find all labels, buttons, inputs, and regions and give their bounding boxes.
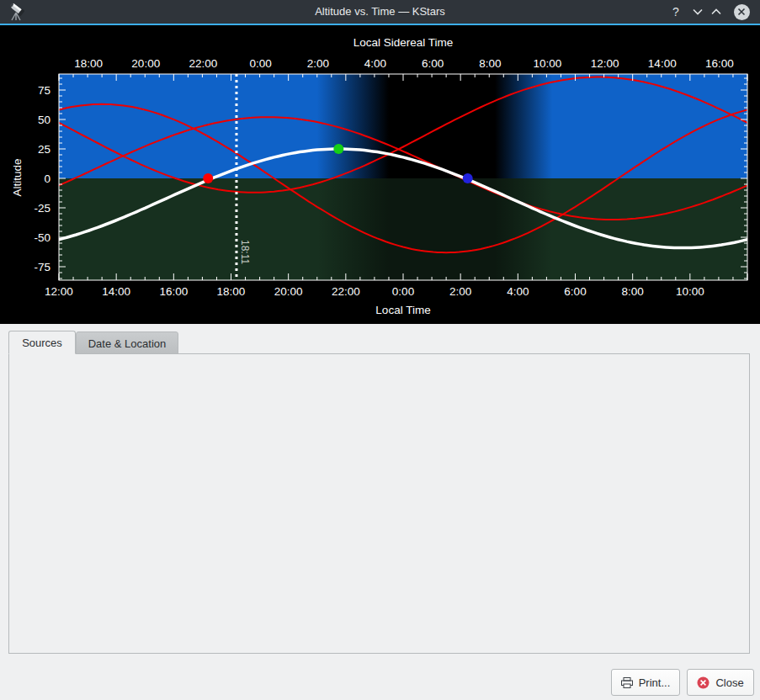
svg-text:18:00: 18:00 [217,285,246,298]
svg-text:0:00: 0:00 [249,57,271,70]
svg-text:10:00: 10:00 [676,285,704,298]
svg-text:-75: -75 [34,261,50,273]
svg-text:16:00: 16:00 [705,57,734,70]
svg-text:8:00: 8:00 [622,285,644,298]
svg-text:25: 25 [38,143,50,156]
svg-text:-50: -50 [34,231,50,244]
tab-date-location[interactable]: Date & Location [76,331,178,354]
chevron-up-icon[interactable] [706,0,726,24]
svg-text:4:00: 4:00 [364,57,386,70]
svg-text:Altitude: Altitude [11,158,24,196]
svg-text:50: 50 [38,114,50,126]
svg-text:2:00: 2:00 [449,285,471,298]
close-icon [734,4,750,20]
help-button[interactable]: ? [666,0,686,24]
plot-svg: 18:1112:0014:0016:0018:0020:0022:000:002… [0,25,760,324]
print-button-label: Print... [639,676,671,689]
svg-text:2:00: 2:00 [307,57,329,70]
svg-text:Local Sidereal Time: Local Sidereal Time [353,36,454,49]
svg-text:14:00: 14:00 [102,285,130,298]
svg-text:0: 0 [44,172,50,185]
print-button[interactable]: Print... [611,669,680,696]
svg-text:75: 75 [38,84,50,97]
close-button[interactable]: Close [687,669,754,696]
svg-text:14:00: 14:00 [648,57,677,70]
printer-icon [621,677,633,688]
svg-text:18:00: 18:00 [74,57,103,70]
tab-sources[interactable]: Sources [8,331,76,354]
close-button-label: Close [715,676,743,689]
svg-text:6:00: 6:00 [564,285,586,298]
svg-text:10:00: 10:00 [534,57,562,70]
window-title: Altitude vs. Time — KStars [0,0,760,24]
svg-text:8:00: 8:00 [479,57,501,70]
altitude-vs-time-plot: 18:1112:0014:0016:0018:0020:0022:000:002… [0,25,760,324]
svg-text:12:00: 12:00 [591,57,619,70]
svg-text:18:11: 18:11 [239,240,251,264]
svg-text:-25: -25 [34,202,50,215]
svg-text:16:00: 16:00 [159,285,188,298]
svg-text:20:00: 20:00 [131,57,160,70]
svg-text:0:00: 0:00 [392,285,414,298]
sources-tab-panel [8,353,750,654]
svg-text:12:00: 12:00 [45,285,73,298]
svg-text:4:00: 4:00 [507,285,529,298]
chevron-down-icon[interactable] [688,0,708,24]
dialog-close-icon [697,676,710,689]
svg-text:Local Time: Local Time [375,304,430,316]
svg-text:20:00: 20:00 [274,285,303,298]
window-close-button[interactable] [731,0,752,24]
svg-text:22:00: 22:00 [189,57,218,70]
altitude-vs-time-window: Altitude vs. Time — KStars ? 18:1112:001… [0,0,760,700]
titlebar[interactable]: Altitude vs. Time — KStars ? [0,0,760,24]
svg-text:6:00: 6:00 [422,57,444,70]
svg-text:22:00: 22:00 [332,285,360,298]
